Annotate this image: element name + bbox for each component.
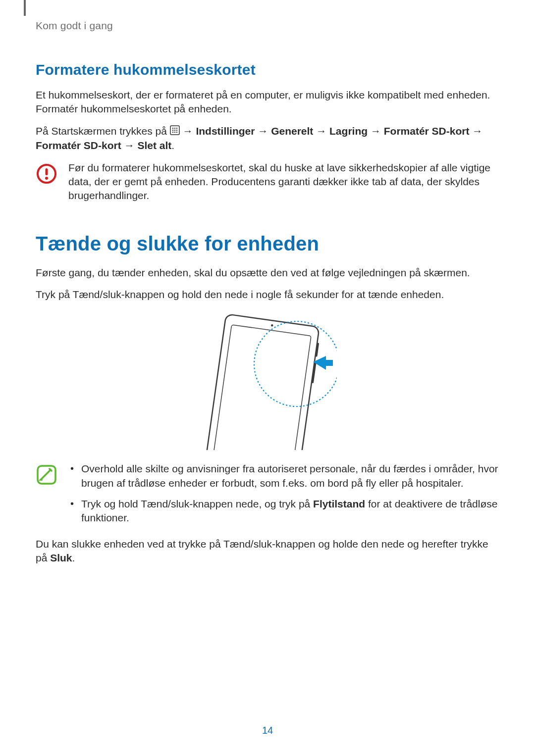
svg-point-1 xyxy=(172,128,173,129)
bold-storage: Lagring xyxy=(329,125,368,137)
note-callout: Overhold alle skilte og anvisninger fra … xyxy=(36,462,499,532)
text-span: . xyxy=(72,552,75,563)
svg-marker-19 xyxy=(313,356,333,370)
svg-point-8 xyxy=(174,132,175,133)
arrow-text: → xyxy=(472,125,482,137)
note-content: Overhold alle skilte og anvisninger fra … xyxy=(68,462,499,532)
device-figure xyxy=(36,311,499,450)
arrow-text: → xyxy=(316,125,329,137)
note-bullet-list: Overhold alle skilte og anvisninger fra … xyxy=(68,462,499,525)
bold-general: Generelt xyxy=(271,125,313,137)
svg-point-9 xyxy=(176,132,177,133)
page-number: 14 xyxy=(0,725,535,736)
bold-flightmode: Flytilstand xyxy=(313,498,365,509)
bold-delete-all: Slet alt xyxy=(137,140,171,151)
caution-callout: Før du formaterer hukommelseskortet, ska… xyxy=(36,161,499,203)
text-span: Tryk og hold Tænd/sluk-knappen nede, og … xyxy=(81,498,313,509)
note-list-item-2: Tryk og hold Tænd/sluk-knappen nede, og … xyxy=(68,497,499,525)
section-heading-power: Tænde og slukke for enheden xyxy=(36,233,499,255)
bold-format-sd2: Formatér SD-kort xyxy=(36,140,121,151)
svg-point-5 xyxy=(174,130,175,131)
svg-point-2 xyxy=(174,128,175,129)
svg-point-12 xyxy=(45,177,48,180)
power-paragraph-3: Du kan slukke enheden ved at trykke på T… xyxy=(36,537,499,565)
arrow-text: → xyxy=(183,125,196,137)
bold-format-sd: Formatér SD-kort xyxy=(384,125,470,137)
apps-grid-icon xyxy=(170,125,180,139)
chapter-header: Kom godt i gang xyxy=(36,20,499,32)
caution-text: Før du formaterer hukommelseskortet, ska… xyxy=(68,161,499,203)
bold-settings: Indstillinger xyxy=(196,125,255,137)
format-paragraph-1: Et hukommelseskort, der er formateret på… xyxy=(36,88,499,116)
arrow-text: → xyxy=(371,125,384,137)
svg-point-3 xyxy=(176,128,177,129)
page-tab-marker xyxy=(24,0,26,16)
caution-icon xyxy=(36,163,57,185)
text-span: Du kan slukke enheden ved at trykke på T… xyxy=(36,538,488,563)
power-paragraph-2: Tryk på Tænd/sluk-knappen og hold den ne… xyxy=(36,288,499,302)
svg-rect-11 xyxy=(46,168,48,175)
text-span: På Startskærmen trykkes på xyxy=(36,125,170,137)
power-paragraph-1: Første gang, du tænder enheden, skal du … xyxy=(36,266,499,280)
arrow-text: → xyxy=(124,140,138,151)
note-list-item-1: Overhold alle skilte og anvisninger fra … xyxy=(68,462,499,490)
period: . xyxy=(171,140,174,151)
format-paragraph-2: På Startskærmen trykkes på → Indstilling… xyxy=(36,124,499,153)
arrow-text: → xyxy=(258,125,271,137)
svg-point-7 xyxy=(172,132,173,133)
svg-point-6 xyxy=(176,130,177,131)
page-content: Kom godt i gang Formatere hukommelseskor… xyxy=(0,0,535,593)
bold-shutdown: Sluk xyxy=(50,552,72,563)
device-power-diagram-icon xyxy=(198,311,337,450)
note-icon xyxy=(36,464,57,486)
svg-point-4 xyxy=(172,130,173,131)
section-heading-format: Formatere hukommelseskortet xyxy=(36,61,499,78)
